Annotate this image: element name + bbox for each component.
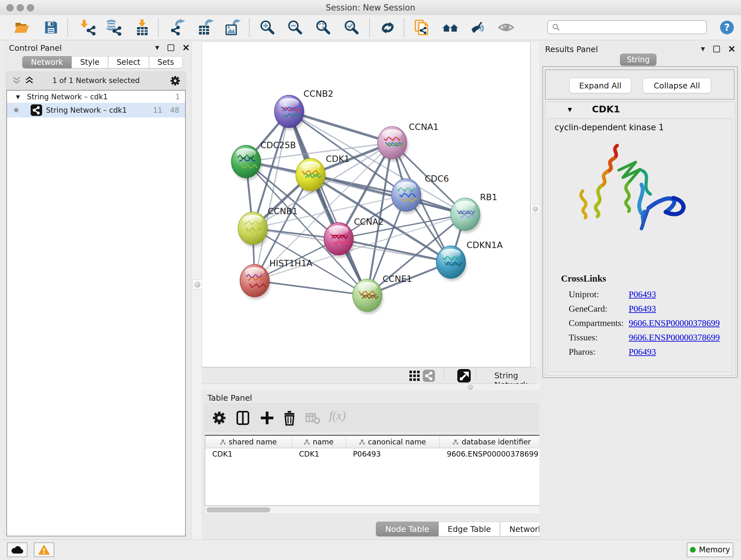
memory-button[interactable]: Memory [687, 543, 733, 557]
hide-annotations-icon[interactable] [470, 19, 486, 36]
network-view-toolbar: String Network – cdk1 1 – 0 0 – 0 [202, 367, 537, 384]
column-type-icon [359, 440, 365, 444]
right-splitter-handle[interactable] [531, 204, 540, 213]
crosslink-row: Pharos:P06493 [569, 347, 735, 357]
import-table-icon[interactable] [134, 19, 151, 36]
export-network-icon[interactable] [170, 19, 186, 36]
add-column-icon[interactable] [259, 410, 275, 426]
edge-count: 48 [170, 106, 179, 114]
section-caret-icon[interactable]: ▼ [568, 106, 572, 113]
panel-float-icon[interactable] [713, 46, 720, 52]
column-header-canonical-name[interactable]: canonical name [346, 436, 440, 448]
show-columns-icon[interactable] [235, 410, 251, 426]
houses-icon[interactable] [442, 19, 459, 36]
status-bar: Memory [0, 540, 741, 560]
table-cell[interactable]: CDK1 [205, 450, 292, 458]
gene-name: CDK1 [592, 104, 620, 115]
table-cell[interactable]: 9606.ENSP00000378699 [440, 450, 544, 458]
crosslink-value-link[interactable]: P06493 [629, 289, 656, 300]
toolbar-separator [369, 18, 370, 37]
refresh-icon[interactable] [380, 19, 396, 36]
grid-view-icon[interactable] [409, 370, 420, 381]
column-header-database-identifier[interactable]: database identifier [440, 436, 544, 448]
network-node-rb1[interactable] [451, 198, 481, 233]
network-edge[interactable] [255, 281, 367, 295]
svg-text:?: ? [724, 21, 730, 33]
crosslink-row: Uniprot:P06493 [569, 289, 735, 300]
left-splitter-handle[interactable] [192, 280, 202, 289]
node-label-ccnb1: CCNB1 [268, 206, 298, 216]
scrollbar-thumb[interactable] [206, 507, 270, 512]
node-label-cdc25b: CDC25B [260, 140, 296, 150]
crosslink-value-link[interactable]: 9606.ENSP00000378699 [629, 318, 720, 328]
tab-style[interactable]: Style [71, 56, 108, 68]
left-splitter[interactable] [192, 42, 202, 540]
column-type-icon [304, 440, 310, 444]
crosslink-label: Pharos: [569, 347, 629, 357]
network-node-cdkn1a[interactable] [436, 246, 467, 281]
cloud-icon [11, 545, 23, 554]
crosslink-value-link[interactable]: 9606.ENSP00000378699 [629, 332, 720, 343]
network-canvas[interactable]: CCNB2CCNA1CDC25BCDK1CDC6RB1CCNB1CCNA2CDK… [202, 42, 530, 367]
network-row-selected[interactable]: String Network – cdk1 11 48 [7, 103, 185, 118]
collapse-all-button[interactable]: Collapse All [643, 78, 711, 93]
export-image-icon[interactable] [224, 19, 241, 36]
panel-close-icon[interactable] [183, 44, 190, 51]
network-collection-row[interactable]: ▼ String Network – cdk1 1 [7, 91, 185, 103]
network-view-icon[interactable] [423, 370, 435, 382]
table-cell[interactable]: P06493 [346, 450, 440, 458]
horizontal-splitter-handle[interactable] [468, 385, 473, 390]
help-icon[interactable]: ? [719, 20, 735, 35]
expand-all-button[interactable]: Expand All [569, 78, 631, 93]
zoom-in-icon[interactable] [259, 19, 276, 36]
tab-network[interactable]: Network [22, 56, 71, 68]
zoom-selected-icon[interactable] [343, 19, 360, 36]
delete-column-icon[interactable] [282, 410, 297, 426]
tab-edge-table[interactable]: Edge Table [439, 522, 500, 537]
tree-caret-icon[interactable]: ▼ [16, 94, 20, 100]
panel-menu-icon[interactable]: ▼ [701, 46, 705, 52]
network-edge[interactable] [255, 111, 289, 281]
clone-network-icon[interactable] [414, 19, 430, 36]
zoom-fit-icon[interactable] [315, 19, 332, 36]
network-node-ccne1[interactable] [353, 279, 383, 314]
column-header-shared-name[interactable]: shared name [205, 436, 292, 448]
network-node-ccnb2[interactable] [274, 95, 305, 130]
export-table-icon[interactable] [197, 19, 214, 36]
tab-select[interactable]: Select [108, 56, 149, 68]
table-cell[interactable]: CDK1 [292, 450, 346, 458]
import-database-icon[interactable] [105, 19, 122, 36]
panel-close-icon[interactable] [728, 45, 735, 52]
network-node-ccna1[interactable] [378, 126, 408, 162]
import-network-icon[interactable] [80, 19, 96, 36]
toolbar-separator [475, 369, 476, 381]
column-header-name[interactable]: name [292, 436, 346, 448]
panel-float-icon[interactable] [167, 44, 174, 51]
gear-icon[interactable] [170, 75, 181, 86]
panel-menu-icon[interactable]: ▼ [155, 44, 159, 51]
show-details-eye-icon[interactable] [498, 19, 515, 36]
search-input[interactable] [547, 20, 707, 34]
tab-sets[interactable]: Sets [149, 56, 183, 68]
tab-node-table[interactable]: Node Table [376, 522, 439, 537]
network-node-cdc6[interactable] [392, 179, 422, 214]
crosslink-value-link[interactable]: P06493 [629, 304, 656, 314]
warning-button[interactable] [34, 543, 54, 557]
open-session-icon[interactable] [13, 19, 30, 36]
crosslink-value-link[interactable]: P06493 [629, 347, 656, 357]
results-panel-title: Results Panel [545, 45, 598, 54]
results-panel: Results Panel ▼ String Expand All Collap… [539, 42, 741, 540]
network-collection-label: String Network – cdk1 [27, 92, 108, 101]
title-bar: Session: New Session [0, 0, 741, 15]
control-panel-tabs: NetworkStyleSelectSets [22, 56, 183, 68]
tab-string[interactable]: String [620, 54, 657, 66]
network-node-cdk1[interactable] [296, 159, 327, 193]
gear-icon[interactable] [212, 410, 227, 426]
zoom-out-icon[interactable] [287, 19, 304, 36]
birds-eye-view-icon[interactable] [457, 369, 471, 382]
cloud-button[interactable] [7, 543, 27, 557]
control-panel: Control Panel ▼ NetworkStyleSelectSets 1… [3, 42, 192, 540]
save-session-icon[interactable] [43, 19, 59, 36]
crosslinks-list: Uniprot:P06493GeneCard:P06493Compartment… [569, 289, 735, 361]
network-node-cdc25b[interactable] [231, 145, 262, 180]
